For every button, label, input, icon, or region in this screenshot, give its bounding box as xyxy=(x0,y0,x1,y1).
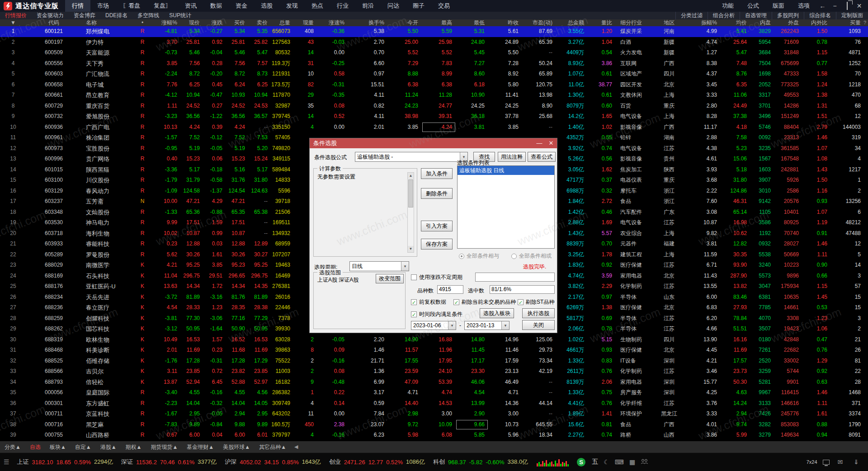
tab-scroll-left-icon[interactable]: ◀ xyxy=(291,444,302,450)
chevron-down-icon[interactable]: ▾ xyxy=(501,321,509,330)
add-condition-button[interactable]: 加入条件 xyxy=(421,168,453,179)
bottom-tab-板块[interactable]: 板块▲ xyxy=(45,441,71,453)
back-icon[interactable]: ← xyxy=(816,0,829,12)
dialog-title-bar[interactable]: 条件选股 xyxy=(310,138,557,148)
col-header-change[interactable]: 涨跌 xyxy=(203,19,226,26)
radio-all-and[interactable]: 全部条件相与 xyxy=(459,252,499,260)
execute-pick-button[interactable]: 执行选股 xyxy=(522,308,555,318)
download-icon[interactable]: ⇓ xyxy=(851,458,862,466)
sub-toolbar-多空阵线[interactable]: 多空阵线 xyxy=(132,12,164,19)
sub-toolbar-DDE排名[interactable]: DDE排名 xyxy=(100,12,132,19)
table-row[interactable]: 6600658电子城R7.766.250.456.246.25173.5万82-… xyxy=(0,80,868,90)
menu-item-公式[interactable]: 公式 xyxy=(741,0,766,12)
index-quote-科创[interactable]: 科创968.37-5.82-0.60%338.0亿 xyxy=(429,458,532,466)
col-header-buy-vol[interactable]: 买量 xyxy=(831,19,864,26)
menu-item-交易[interactable]: 交易 xyxy=(431,0,457,12)
checkbox-forward-adjusted[interactable]: ✓ 前复权数据 xyxy=(411,298,446,306)
index-quote-深证[interactable]: 深证11536.270.460.61%3377亿 xyxy=(117,458,221,466)
col-header-low[interactable]: 最低 xyxy=(456,19,488,26)
col-header-avg-price[interactable]: 均价 xyxy=(721,19,750,26)
sub-toolbar-SUP统计[interactable]: SUP统计 xyxy=(164,12,196,19)
col-header-inner-vol[interactable]: 内盘 xyxy=(750,19,774,26)
col-header-stock-name[interactable]: 名称 xyxy=(81,19,136,26)
bottom-tab-自定[interactable]: 自定▲ xyxy=(71,441,96,453)
dialog-minimize-icon[interactable]: — xyxy=(533,138,545,148)
table-row[interactable]: 3600509天富能源R-0.735.46-0.045.465.47805321… xyxy=(0,47,868,58)
col-header-industry[interactable]: 细分行业 xyxy=(616,19,659,26)
col-header-vol-ratio[interactable]: 量比 xyxy=(588,19,616,26)
table-row[interactable]: 1600121郑州煤电R-4.815.34-0.275.345.35656073… xyxy=(0,26,868,37)
menu-item-发现[interactable]: 发现 xyxy=(279,0,305,12)
col-header-region[interactable]: 地区 xyxy=(659,19,679,26)
monitor-icon[interactable] xyxy=(823,460,830,465)
wu-button[interactable]: 五 xyxy=(589,458,601,466)
users-icon[interactable] xyxy=(638,458,651,466)
view-formula-button[interactable]: 查看公式 xyxy=(528,152,556,162)
sub-toolbar-综合排名[interactable]: 综合排名 xyxy=(804,12,836,19)
table-row[interactable]: 2600197伊力特R3.7025.810.9225.8125.82127563… xyxy=(0,37,868,48)
checkbox-time-range[interactable]: ✓ 时间段内满足条件 xyxy=(411,311,462,318)
date-from-picker[interactable]: 2023-01-06 ▾ xyxy=(411,321,456,330)
table-row[interactable]: 32688525佰维存储K-1.7617.28-0.3117.2817.2975… xyxy=(0,356,868,367)
col-header-mark[interactable]: • xyxy=(136,19,149,26)
s-logo-icon[interactable]: S xyxy=(577,458,585,466)
menu-list-icon[interactable]: ☰ xyxy=(0,458,13,466)
col-header-cur-volume[interactable]: 现量 xyxy=(294,19,317,26)
updown-input[interactable] xyxy=(475,273,555,282)
bottom-tab-港股[interactable]: 港股▲ xyxy=(96,441,121,453)
params-scrollbar[interactable]: ▲ ▼ xyxy=(407,172,414,253)
keyboard-icon[interactable]: ⌨ xyxy=(612,458,627,466)
table-row[interactable]: 7600661昂立教育R-4.1210.94-0.4710.9310.94117… xyxy=(0,90,868,101)
menu-item-数据[interactable]: 数据 xyxy=(203,0,229,12)
col-header-high[interactable]: 最高 xyxy=(422,19,456,26)
sub-toolbar-多股同列[interactable]: 多股同列 xyxy=(772,12,804,19)
mail-icon[interactable]: ✉ xyxy=(835,458,846,466)
menu-item-版面[interactable]: 版面 xyxy=(766,0,791,12)
col-header-io-ratio[interactable]: 内外比 xyxy=(802,19,831,26)
menu-item-前沿[interactable]: 前沿 xyxy=(355,0,381,12)
table-row[interactable]: 9600732爱旭股份R-3.2336.56-1.2236.5636.57379… xyxy=(0,111,868,122)
menu-item-〖看盘[interactable]: 〖看盘 xyxy=(116,0,147,12)
col-header-amplitude[interactable]: 振幅% xyxy=(679,19,721,26)
col-header-pct-change[interactable]: 涨幅% xyxy=(149,19,181,26)
radio-all-or[interactable]: 全部条件相或 xyxy=(511,252,552,260)
import-plan-button[interactable]: 引入方案 xyxy=(421,221,453,231)
col-header-speed[interactable]: 涨速% xyxy=(317,19,348,26)
table-row[interactable]: 30688319欧林生物K10.4916.531.5716.5216.53630… xyxy=(0,334,868,345)
dialog-close-icon[interactable]: ✕ xyxy=(545,138,557,148)
table-row[interactable]: 4600556天下秀R3.857.560.287.567.57119.3万31-… xyxy=(0,58,868,69)
bottom-tab-美股环球[interactable]: 美股环球▲ xyxy=(218,441,255,453)
table-row[interactable]: 38000716黑芝麻R-7.839.89-0.849.889.89160.5万… xyxy=(0,419,868,430)
mini-candle-strip[interactable] xyxy=(537,457,569,466)
sub-toolbar-组合分析[interactable]: 组合分析 xyxy=(708,12,740,19)
table-row[interactable]: 39000755山西路桥R0.676.000.046.006.013797974… xyxy=(0,430,868,441)
sub-toolbar-自选管理[interactable]: 自选管理 xyxy=(740,12,772,19)
table-row[interactable]: 34688793倍轻松K13.8752.946.4552.8852.971618… xyxy=(0,377,868,388)
menu-item-问达[interactable]: 问达 xyxy=(381,0,406,12)
menu-item-市场[interactable]: 市场 xyxy=(90,0,116,12)
sub-toolbar-定制版面[interactable]: 定制版面 xyxy=(836,12,868,19)
checkbox-remove-st[interactable]: ✓ 剔除ST品种 xyxy=(518,298,554,306)
chevron-down-icon[interactable]: ▾ xyxy=(448,321,456,330)
table-row[interactable]: 35000056皇庭国际R-3.404.55-0.164.554.5628638… xyxy=(0,387,868,398)
remove-condition-button[interactable]: 删除条件 xyxy=(421,188,453,199)
period-combobox[interactable]: 日线 ▾ xyxy=(349,261,409,271)
bottom-tab-分类[interactable]: 分类▲ xyxy=(0,441,25,453)
scrollbar-thumb[interactable] xyxy=(408,179,413,207)
bottom-tab-期货现货[interactable]: 期货现货▲ xyxy=(146,441,182,453)
table-row[interactable]: 10600936广西广电R10.134.240.394.24--33515040… xyxy=(0,122,868,133)
moon-icon[interactable]: ☾ xyxy=(601,458,612,466)
col-header-amount[interactable]: 总金额 xyxy=(556,19,588,26)
col-header-outer-vol[interactable]: 外盘 xyxy=(774,19,802,26)
apps-grid-icon[interactable]: ▦ xyxy=(627,458,638,466)
table-row[interactable]: 8600729重庆百货R1.1124.520.2724.5224.5332987… xyxy=(0,101,868,112)
col-header-last-price[interactable]: 现价 xyxy=(181,19,203,26)
menu-item-功能[interactable]: 功能 xyxy=(715,0,741,12)
col-header-prev-close[interactable]: 昨收 xyxy=(488,19,522,26)
col-header-row-number[interactable]: ▼ xyxy=(0,19,26,26)
table-row[interactable]: 31688468科美诊断K2.0111.690.2311.6811.693986… xyxy=(0,345,868,356)
table-row[interactable]: 36000301东方盛虹R-2.2314.04-0.3214.0414.0530… xyxy=(0,398,868,409)
index-quote-沪深[interactable]: 沪深4052.0234.150.85%1643亿 xyxy=(221,458,325,466)
sub-toolbar-资金博弈[interactable]: 资金博弈 xyxy=(69,12,100,19)
checkbox-updown-period[interactable]: 使用涨跌不定周期 xyxy=(411,273,462,281)
